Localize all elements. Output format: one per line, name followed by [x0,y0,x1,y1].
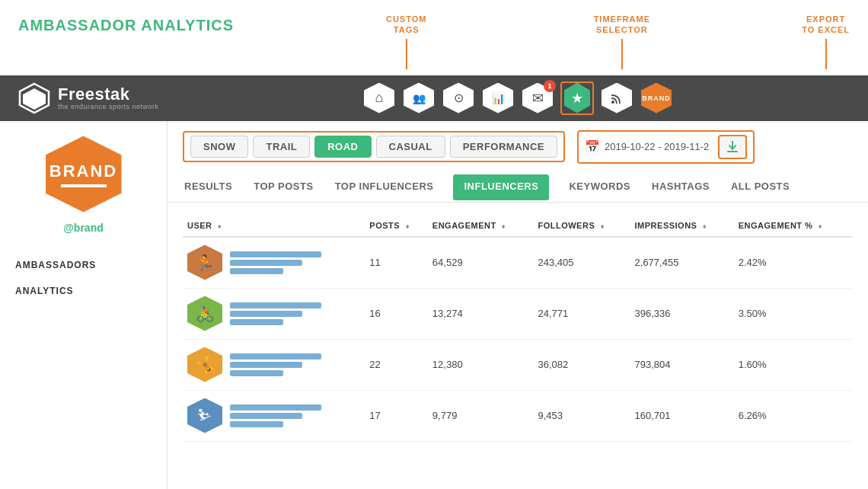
user-bars [230,404,321,427]
engagement_pct-cell-1: 3.50% [734,288,853,339]
col-user: USER ⬧ [183,215,365,237]
sort-impressions-icon[interactable]: ⬧ [702,222,707,230]
star-icon: ★ [564,83,590,113]
tab-influencers[interactable]: INFLUENCERS [453,174,549,200]
date-range-outline-box: 📅 2019-10-22 - 2019-11-2 [577,130,755,164]
tag-casual-button[interactable]: CASUAL [376,136,445,158]
tab-keywords[interactable]: KEYWORDS [567,173,632,202]
tab-all-posts[interactable]: ALL POSTS [729,173,791,202]
nav-group-button[interactable]: 👥 [402,82,436,115]
user-cell-2: 🤸 [183,339,365,390]
table-row: 🏃 1164,529243,4052,677,4552.42% [183,237,853,289]
home-icon: ⌂ [364,83,394,113]
tag-trail-button[interactable]: TRAIL [253,136,310,158]
tab-top-posts[interactable]: TOP POSTS [252,173,314,202]
custom-tags-arrow [406,39,407,69]
sort-followers-icon[interactable]: ⬧ [600,222,605,230]
sort-engagement-icon[interactable]: ⬧ [501,222,506,230]
user-avatar: 🤸 [187,347,222,382]
export-annotation: EXPORTTO EXCEL [802,14,850,69]
tab-results[interactable]: RESULTS [183,173,234,202]
tab-hashtags[interactable]: HASHTAGS [650,173,711,202]
user-cell-1: 🚴 [183,288,365,339]
sort-engpct-icon[interactable]: ⬧ [818,222,823,230]
nav-chart-button[interactable]: 📊 [481,82,515,115]
bar-1 [230,353,321,360]
engagement_pct-cell-0: 2.42% [734,237,853,289]
chart-icon: 📊 [483,83,513,113]
posts-cell-0: 11 [365,237,428,289]
impressions-cell-1: 396,336 [630,288,734,339]
tag-road-button[interactable]: ROAD [314,136,371,158]
group-icon: 👥 [404,83,434,113]
user-avatar: 🏃 [187,245,222,280]
sidebar-item-analytics[interactable]: ANALYTICS [12,278,155,304]
engagement-cell-2: 12,380 [428,339,534,390]
brand-nav-icon: BRAND [641,83,672,113]
user-bars [230,353,321,376]
tag-bar: SNOW TRAIL ROAD CASUAL PERFORMANCE 📅 201… [168,121,868,173]
sub-nav: RESULTS TOP POSTS TOP INFLUENCERS INFLUE… [168,173,868,203]
bar-1 [230,302,321,308]
nav-brand-button[interactable]: BRAND [640,82,673,115]
influencers-table: USER ⬧ POSTS ⬧ ENGAGEMENT ⬧ FOLLOWERS ⬧ … [183,215,853,442]
col-followers: FOLLOWERS ⬧ [533,215,630,237]
nav-email-button[interactable]: ✉ 1 [521,82,554,115]
col-posts: POSTS ⬧ [365,215,428,237]
timeframe-annotation: TIMEFRAMESELECTOR [594,14,650,69]
bar-3 [230,268,283,274]
svg-point-2 [611,101,614,104]
export-button[interactable] [718,135,747,159]
nav-star-button[interactable]: ★ [560,82,594,115]
bar-2 [230,413,302,419]
logo-area: Freestak the endurance sports network [18,82,186,114]
tag-performance-button[interactable]: PERFORMANCE [450,136,557,158]
user-cell-0: 🏃 [183,237,365,289]
bar-3 [230,319,283,325]
logo-name: Freestak [58,86,159,103]
logo-text: Freestak the endurance sports network [58,86,159,110]
user-avatar: 🚴 [187,296,222,331]
sidebar-item-ambassadors[interactable]: AMBASSADORS [12,252,155,278]
top-annotations: CUSTOMTAGS TIMEFRAMESELECTOR EXPORTTO EX… [234,14,850,69]
export-arrow [825,39,827,69]
user-bars [230,251,321,274]
followers-cell-2: 36,082 [533,339,630,390]
impressions-cell-2: 793,804 [630,339,734,390]
tag-snow-button[interactable]: SNOW [190,136,248,158]
sort-user-icon[interactable]: ⬧ [217,222,222,230]
target-icon: ⊙ [443,83,474,113]
sort-posts-icon[interactable]: ⬧ [405,222,410,230]
brand-logo-underline [61,184,107,187]
bar-2 [230,260,302,266]
timeframe-arrow [621,39,623,69]
date-range-value: 2019-10-22 - 2019-11-2 [605,141,709,152]
tags-outline-box: SNOW TRAIL ROAD CASUAL PERFORMANCE [183,131,565,162]
engagement_pct-cell-2: 1.60% [734,339,853,390]
engagement-cell-0: 64,529 [428,237,534,289]
bar-1 [230,404,321,411]
table-header: USER ⬧ POSTS ⬧ ENGAGEMENT ⬧ FOLLOWERS ⬧ … [183,215,853,237]
data-table: USER ⬧ POSTS ⬧ ENGAGEMENT ⬧ FOLLOWERS ⬧ … [168,203,868,454]
table-row: 🤸 2212,38036,082793,8041.60% [183,339,853,390]
brand-logo-text: BRAND [49,161,117,181]
followers-cell-1: 24,771 [533,288,630,339]
app-title: AMBASSADOR ANALYTICS [18,17,234,34]
download-icon [727,141,738,153]
tab-top-influencers[interactable]: TOP INFLUENCERS [333,173,436,202]
svg-marker-1 [23,88,46,110]
user-bars [230,302,321,325]
bar-3 [230,370,283,376]
nav-rss-button[interactable] [600,82,633,115]
bar-3 [230,421,283,427]
nav-home-button[interactable]: ⌂ [362,82,396,115]
user-avatar: ⛷ [187,398,222,433]
logo-hex-icon [18,82,50,114]
rss-icon [602,83,632,113]
nav-target-button[interactable]: ⊙ [442,82,475,115]
brand-handle: @brand [63,222,104,234]
nav-bar: Freestak the endurance sports network ⌂ … [0,75,868,121]
engagement-cell-1: 13,274 [428,288,534,339]
table-body: 🏃 1164,529243,4052,677,4552.42% 🚴 1613,2… [183,237,853,442]
export-label: EXPORTTO EXCEL [802,14,850,36]
